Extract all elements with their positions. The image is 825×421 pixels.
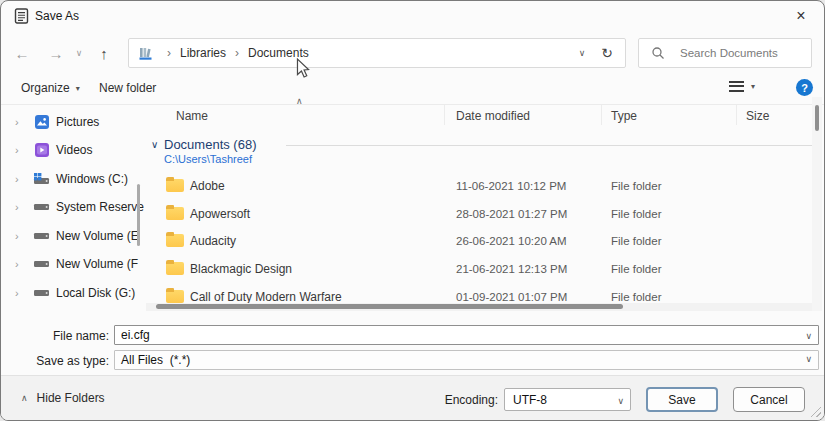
sidebar-item-label: New Volume (E — [56, 229, 139, 243]
file-name-dropdown-chevron-icon[interactable]: ∨ — [805, 331, 812, 341]
details-view-icon — [729, 81, 744, 92]
forward-icon[interactable]: → — [45, 39, 67, 67]
file-name-label: File name: — [1, 329, 109, 343]
folder-icon — [166, 207, 184, 220]
breadcrumb-separator: › — [228, 46, 246, 60]
column-separator — [444, 105, 445, 125]
sidebar-scrollbar[interactable] — [137, 184, 140, 246]
folder-icon — [166, 179, 184, 192]
group-label: Documents (68) — [164, 137, 256, 152]
organize-button[interactable]: Organize ▾ — [21, 81, 80, 95]
file-row-adobe[interactable]: Adobe 11-06-2021 10:12 PM File folder — [146, 172, 806, 199]
notepad-app-icon — [14, 8, 29, 27]
column-header-name[interactable]: Name — [176, 109, 208, 123]
organize-label: Organize — [21, 81, 70, 95]
expand-chevron-icon[interactable]: › — [15, 258, 33, 270]
resize-grip[interactable] — [810, 406, 821, 417]
search-icon — [649, 45, 666, 62]
expand-chevron-icon[interactable]: › — [15, 144, 33, 156]
back-icon[interactable]: ← — [11, 39, 33, 67]
folder-icon — [166, 262, 184, 275]
search-placeholder: Search Documents — [680, 47, 778, 59]
pictures-icon — [33, 114, 50, 131]
column-header-size[interactable]: Size — [746, 109, 769, 123]
encoding-value: UTF-8 — [513, 393, 547, 407]
hide-folders-label: Hide Folders — [37, 391, 105, 405]
expand-chevron-icon[interactable]: › — [15, 230, 33, 242]
address-dropdown-chevron-icon[interactable]: ∨ — [565, 48, 600, 58]
save-as-type-select[interactable]: All Files (*.*) ∨ — [114, 350, 819, 370]
file-date-cell: 21-06-2021 12:13 PM — [456, 263, 567, 275]
column-header-date-modified[interactable]: Date modified — [456, 109, 530, 123]
sidebar-item-new-volume-e[interactable]: › New Volume (E — [1, 222, 146, 250]
file-date-cell: 11-06-2021 10:12 PM — [456, 180, 566, 192]
file-name-input[interactable] — [114, 325, 819, 345]
hide-folders-button[interactable]: ∧ Hide Folders — [21, 391, 105, 405]
breadcrumb-documents[interactable]: Documents — [246, 46, 311, 60]
save-button[interactable]: Save — [646, 387, 718, 412]
encoding-chevron-icon: ∨ — [617, 396, 624, 406]
refresh-icon[interactable]: ↻ — [599, 45, 625, 61]
horizontal-scrollbar[interactable] — [146, 303, 812, 311]
drive-icon — [33, 285, 50, 302]
up-icon[interactable]: ↑ — [93, 39, 115, 67]
file-type-cell: File folder — [611, 263, 662, 275]
file-name-cell: Blackmagic Design — [190, 262, 292, 276]
column-header-type[interactable]: Type — [611, 109, 637, 123]
titlebar: Save As × — [1, 1, 824, 31]
help-icon[interactable]: ? — [796, 79, 813, 96]
horizontal-scrollbar-thumb[interactable] — [156, 304, 623, 309]
vertical-scrollbar[interactable] — [812, 97, 822, 311]
save-as-type-chevron-icon: ∨ — [805, 354, 812, 364]
file-name-cell: Call of Duty Modern Warfare — [190, 290, 342, 304]
sidebar-item-label: System Reserve — [56, 200, 144, 214]
sidebar-item-videos[interactable]: › Videos — [1, 136, 146, 164]
group-path: C:\Users\Tashreef — [164, 153, 252, 165]
encoding-select[interactable]: UTF-8 ∨ — [504, 388, 631, 411]
folder-icon — [166, 290, 184, 303]
sidebar-item-pictures[interactable]: › Pictures — [1, 108, 146, 136]
file-row-audacity[interactable]: Audacity 26-06-2021 10:20 AM File folder — [146, 227, 806, 254]
file-row-apowersoft[interactable]: Apowersoft 28-08-2021 01:27 PM File fold… — [146, 200, 806, 227]
save-as-type-value: All Files (*.*) — [121, 353, 190, 367]
expand-chevron-icon[interactable]: › — [15, 116, 33, 128]
windows-drive-icon — [33, 171, 50, 188]
sidebar-item-system-reserved[interactable]: › System Reserve — [1, 193, 146, 221]
save-as-type-label: Save as type: — [1, 354, 109, 368]
close-icon[interactable]: × — [784, 3, 818, 29]
sidebar-item-label: Windows (C:) — [56, 172, 128, 186]
sidebar-item-label: Local Disk (G:) — [56, 286, 135, 300]
group-collapse-chevron-icon[interactable]: ∨ — [151, 139, 158, 150]
change-view-button[interactable]: ▾ — [729, 81, 755, 92]
recent-locations-chevron-icon[interactable]: ∨ — [71, 39, 87, 67]
file-date-cell: 26-06-2021 10:20 AM — [456, 235, 567, 247]
group-header-documents[interactable]: ∨ Documents (68) — [146, 137, 825, 153]
breadcrumb-libraries[interactable]: Libraries — [178, 46, 228, 60]
search-input[interactable]: Search Documents — [638, 38, 812, 68]
sort-ascending-icon: ∧ — [296, 96, 303, 106]
vertical-scrollbar-thumb[interactable] — [815, 105, 819, 131]
file-date-cell: 28-08-2021 01:27 PM — [456, 208, 567, 220]
videos-icon — [33, 142, 50, 159]
sidebar-item-new-volume-f[interactable]: › New Volume (F — [1, 250, 146, 278]
organize-caret-icon: ▾ — [76, 84, 80, 93]
breadcrumb-separator: › — [160, 46, 178, 60]
cancel-button[interactable]: Cancel — [733, 387, 805, 412]
address-bar[interactable]: › Libraries › Documents ∨ ↻ — [128, 38, 626, 68]
expand-chevron-icon[interactable]: › — [15, 201, 33, 213]
file-type-cell: File folder — [611, 180, 662, 192]
sidebar-item-local-disk-g[interactable]: › Local Disk (G:) — [1, 279, 146, 307]
folder-tree-sidebar: › Pictures › Videos › — [1, 105, 146, 317]
new-folder-button[interactable]: New folder — [99, 81, 156, 95]
column-separator — [601, 105, 602, 125]
encoding-label: Encoding: — [416, 393, 498, 407]
expand-chevron-icon[interactable]: › — [15, 287, 33, 299]
drive-icon — [33, 228, 50, 245]
file-row-blackmagic-design[interactable]: Blackmagic Design 21-06-2021 12:13 PM Fi… — [146, 255, 806, 282]
group-divider — [286, 145, 812, 146]
expand-chevron-icon[interactable]: › — [15, 173, 33, 185]
sidebar-item-windows-c[interactable]: › Windows (C:) — [1, 165, 146, 193]
drive-icon — [33, 256, 50, 273]
file-name-cell: Apowersoft — [190, 207, 250, 221]
file-date-cell: 01-09-2021 01:07 PM — [456, 291, 567, 303]
